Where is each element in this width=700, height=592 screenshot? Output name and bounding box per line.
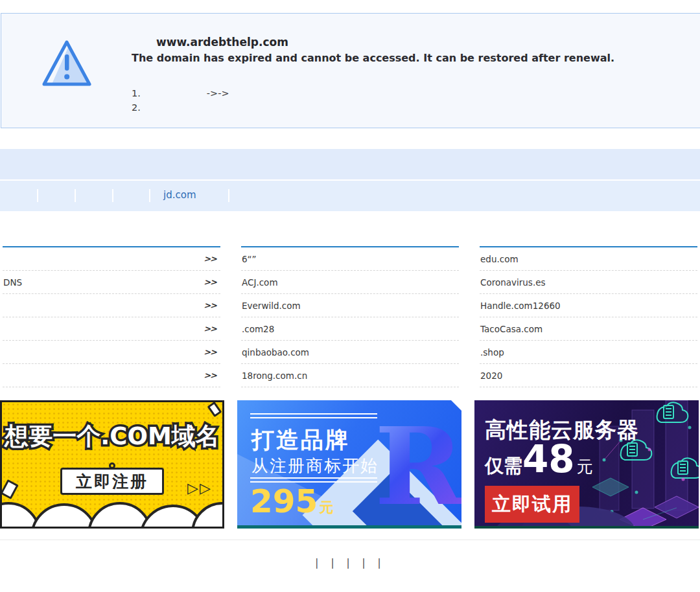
- header-band: [0, 149, 700, 179]
- item-label: .shop: [480, 347, 504, 358]
- warning-triangle-icon: [38, 36, 97, 94]
- item-label: .com28: [242, 324, 274, 334]
- double-rule: [250, 413, 377, 418]
- domain-expired-notice: www.ardebthelp.com The domain has expire…: [1, 13, 700, 128]
- button-dot: [109, 462, 115, 469]
- nav-divider: [112, 189, 113, 202]
- corner-fold: [451, 400, 461, 411]
- price-line: 仅需 48 元: [485, 440, 593, 479]
- list-item[interactable]: >>: [3, 341, 220, 364]
- page: www.ardebthelp.com The domain has expire…: [0, 0, 700, 592]
- step-text: ->->: [207, 88, 229, 98]
- nav-divider: [228, 189, 229, 202]
- item-label: 18rong.com.cn: [242, 370, 307, 381]
- list-item[interactable]: .com28: [241, 317, 459, 341]
- nav-divider: [37, 189, 38, 202]
- item-label: Coronavirus.es: [480, 277, 546, 288]
- price-number: 295: [250, 484, 318, 518]
- more-link[interactable]: >>: [204, 370, 216, 380]
- list-item[interactable]: ACJ.com: [241, 271, 459, 294]
- footer-links: | | | | |: [0, 557, 700, 569]
- ad-banner-trademark[interactable]: R 打造品牌 从注册商标开始 295 元: [237, 400, 461, 529]
- item-label: qinbaobao.com: [242, 347, 309, 358]
- footer-divider: [0, 540, 700, 540]
- try-now-button[interactable]: 立即试用: [485, 486, 579, 523]
- notice-domain-title: www.ardebthelp.com: [156, 36, 288, 49]
- notice-step-2: 2.: [132, 100, 229, 115]
- item-label: DNS: [3, 277, 22, 288]
- list-item[interactable]: 18rong.com.cn: [241, 364, 459, 387]
- list-item[interactable]: 2020: [480, 364, 697, 387]
- footer-separator: |: [315, 557, 318, 569]
- domain-list-column-1: >> DNS>> >> >> >> >>: [3, 246, 220, 387]
- price: 295 元: [250, 484, 333, 518]
- nav-divider: [149, 189, 150, 202]
- item-label: TacoCasa.com: [480, 324, 542, 334]
- domain-list-column-3: edu.com Coronavirus.es Handle.com12660 T…: [480, 246, 697, 387]
- more-link[interactable]: >>: [204, 254, 216, 264]
- footer-separator: |: [378, 557, 381, 569]
- footer-separator: |: [331, 557, 334, 569]
- nav-bar: jd.com: [0, 181, 700, 211]
- more-link[interactable]: >>: [204, 301, 216, 310]
- ad-banner-cloud-server[interactable]: 高性能云服务器 仅需 48 元 立即试用: [474, 400, 699, 529]
- footer-separator: |: [362, 557, 366, 569]
- price-unit: 元: [319, 498, 333, 518]
- notice-steps: 1.->-> 2.: [132, 86, 229, 115]
- list-item[interactable]: >>: [3, 247, 220, 271]
- item-label: 2020: [480, 370, 502, 381]
- double-rule: [250, 477, 377, 483]
- more-link[interactable]: >>: [204, 324, 216, 334]
- item-label: ACJ.com: [242, 277, 278, 288]
- price-unit: 元: [577, 456, 593, 477]
- nav-link-jd[interactable]: jd.com: [163, 189, 196, 201]
- list-item[interactable]: qinbaobao.com: [241, 341, 459, 364]
- ad-title: 想要一个.COM域名: [2, 420, 222, 453]
- list-item[interactable]: >>: [3, 364, 220, 387]
- item-label: edu.com: [480, 254, 519, 264]
- list-item[interactable]: Handle.com12660: [480, 294, 697, 317]
- list-item[interactable]: 6“”: [241, 247, 459, 271]
- footer-separator: |: [346, 557, 349, 569]
- bottom-strip: [237, 525, 461, 529]
- step-number: 2.: [132, 102, 141, 113]
- notice-message: The domain has expired and cannot be acc…: [132, 52, 614, 64]
- cloud-scallops: [0, 489, 224, 529]
- list-item[interactable]: TacoCasa.com: [480, 317, 697, 341]
- price-number: 48: [522, 440, 575, 478]
- list-item[interactable]: >>: [3, 317, 220, 341]
- list-item[interactable]: .shop: [480, 341, 697, 364]
- domain-list-column-2: 6“” ACJ.com Everwild.com .com28 qinbaoba…: [241, 246, 459, 387]
- more-link[interactable]: >>: [204, 347, 216, 357]
- item-label: 6“”: [242, 254, 257, 264]
- notice-step-1: 1.->->: [132, 86, 229, 100]
- ad-title: 打造品牌: [251, 425, 350, 455]
- ad-subtitle: 从注册商标开始: [251, 455, 379, 477]
- paper-shard-icon: [207, 402, 222, 417]
- list-item[interactable]: edu.com: [480, 247, 697, 271]
- item-label: Handle.com12660: [480, 301, 561, 311]
- ad-banner-com-domain[interactable]: 想要一个.COM域名 立即注册 ▷▷: [0, 400, 224, 529]
- nav-divider: [75, 189, 76, 202]
- more-link[interactable]: >>: [204, 277, 216, 287]
- price-prefix: 仅需: [485, 453, 522, 479]
- registered-trademark-letter: R: [375, 415, 461, 518]
- list-item[interactable]: Everwild.com: [241, 294, 459, 317]
- bottom-strip: [474, 526, 699, 529]
- item-label: Everwild.com: [242, 301, 301, 311]
- list-item[interactable]: >>: [3, 294, 220, 317]
- step-number: 1.: [132, 88, 141, 98]
- list-item[interactable]: Coronavirus.es: [480, 271, 697, 294]
- list-item[interactable]: DNS>>: [3, 271, 220, 294]
